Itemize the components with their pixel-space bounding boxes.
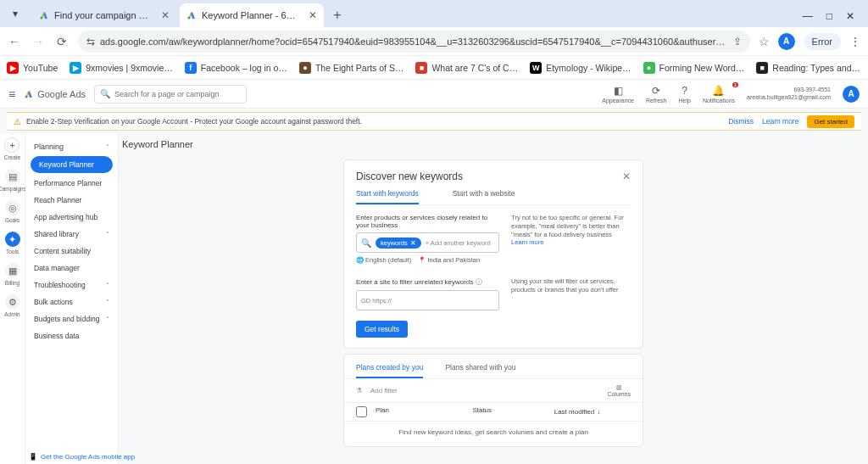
dismiss-link[interactable]: Dismiss — [728, 117, 754, 126]
new-tab-button[interactable]: + — [327, 5, 348, 25]
account-avatar[interactable]: A — [843, 86, 860, 103]
bookmark-item[interactable]: WEtymology - Wikipe… — [530, 62, 631, 74]
info-icon[interactable]: ⓘ — [476, 278, 482, 286]
hamburger-icon[interactable]: ≡ — [8, 87, 15, 101]
sidebar-heading[interactable]: Planning˄ — [25, 139, 118, 154]
url-field[interactable]: ⇆ ads.google.com/aw/keywordplanner/home?… — [78, 31, 750, 53]
tab-dropdown[interactable]: ▾ — [5, 3, 25, 24]
refresh-button[interactable]: ⟳Refresh — [646, 85, 667, 103]
app-search[interactable]: 🔍 — [94, 85, 247, 103]
field-label: Enter products or services closely relat… — [356, 214, 499, 229]
bookmark-label: 9xmovies | 9xmovie… — [86, 63, 173, 73]
wikipedia-icon: W — [530, 62, 542, 74]
browser-tab[interactable]: Find your campaign keywords ✕ — [32, 3, 176, 27]
th-last-modified[interactable]: Last modified ↓ — [554, 406, 631, 417]
minimize-button[interactable]: ― — [803, 10, 813, 22]
sidebar-item-shared-library[interactable]: Shared library˅ — [25, 226, 118, 243]
reload-button[interactable]: ⟳ — [54, 35, 70, 48]
bookmark-item[interactable]: fFacebook – log in o… — [185, 62, 287, 74]
app-header: ≡ Google Ads 🔍 ◧Appearance ⟳Refresh ?Hel… — [0, 80, 868, 109]
bookmark-item[interactable]: ●Forming New Word… — [643, 62, 745, 74]
browser-menu-icon[interactable]: ⋮ — [849, 35, 861, 48]
rail-admin[interactable]: ⚙Admin — [4, 294, 19, 317]
back-button[interactable]: ← — [7, 35, 22, 48]
maximize-button[interactable]: □ — [826, 10, 832, 22]
tab-start-keywords[interactable]: Start with keywords — [356, 189, 419, 204]
site-prefix: GD https:// — [361, 297, 392, 305]
sidebar-item-bulk-actions[interactable]: Bulk actions˅ — [25, 293, 118, 310]
bookmark-star-icon[interactable]: ☆ — [759, 35, 770, 48]
profile-avatar[interactable]: A — [778, 33, 795, 50]
card-title-text: Discover new keywords — [356, 171, 463, 182]
sidebar-footer-label: Get the Google Ads mobile app — [41, 453, 135, 461]
rail-tools[interactable]: ✦Tools — [5, 232, 20, 254]
google-ads-logo[interactable]: Google Ads — [24, 89, 86, 99]
sidebar-item-keyword-planner[interactable]: Keyword Planner — [31, 156, 113, 173]
keyword-input[interactable]: 🔍 keywords✕ + Add another keyword — [356, 232, 499, 253]
close-icon[interactable]: ✕ — [622, 171, 631, 182]
search-input[interactable] — [114, 90, 241, 98]
sidebar-item-budgets-bidding[interactable]: Budgets and bidding˅ — [25, 310, 118, 327]
close-icon[interactable]: ✕ — [309, 9, 317, 21]
site-input[interactable]: GD https:// — [356, 290, 499, 310]
forward-button[interactable]: → — [31, 35, 46, 48]
sidebar-footer-link[interactable]: 📱 Get the Google Ads mobile app — [29, 453, 135, 461]
sidebar-item-label: Shared library — [34, 230, 79, 238]
add-filter-button[interactable]: Add filter — [370, 387, 398, 394]
chip-remove-icon[interactable]: ✕ — [410, 239, 416, 247]
keyword-chip[interactable]: keywords✕ — [376, 238, 421, 249]
goals-icon: ◎ — [5, 200, 20, 215]
get-results-button[interactable]: Get results — [356, 321, 408, 338]
mobile-icon: 📱 — [29, 453, 37, 461]
sidebar-item-reach-planner[interactable]: Reach Planner — [25, 192, 118, 209]
bookmark-item[interactable]: ▶9xmovies | 9xmovie… — [70, 62, 173, 74]
close-window-button[interactable]: ✕ — [846, 10, 854, 22]
rail-label: Billing — [5, 280, 19, 286]
sidebar-item-performance-planner[interactable]: Performance Planner — [25, 175, 118, 192]
get-started-button[interactable]: Get started — [807, 115, 854, 128]
language-selector[interactable]: 🌐 English (default) — [356, 256, 411, 264]
appearance-button[interactable]: ◧Appearance — [602, 85, 634, 103]
search-icon: 🔍 — [361, 238, 371, 248]
th-status[interactable]: Status — [472, 406, 548, 417]
columns-icon: ▥ — [616, 384, 622, 391]
sidebar-item-business-data[interactable]: Business data — [25, 327, 118, 344]
rail-goals[interactable]: ◎Goals — [5, 200, 20, 223]
close-icon[interactable]: ✕ — [161, 9, 170, 21]
bookmark-item[interactable]: ●The Eight Parts of S… — [299, 62, 403, 74]
tab-plans-shared[interactable]: Plans shared with you — [445, 363, 515, 378]
tab-start-website[interactable]: Start with a website — [453, 189, 515, 204]
th-mod-label: Last modified — [554, 408, 595, 416]
sidebar-item-label: Keyword Planner — [39, 160, 94, 169]
columns-button[interactable]: ▥Columns — [607, 384, 631, 397]
rail-campaigns[interactable]: ▤Campaigns — [0, 169, 26, 192]
tab-strip: ▾ Find your campaign keywords ✕ Keyword … — [0, 0, 868, 27]
sidebar-item-content-suitability[interactable]: Content suitability — [25, 243, 118, 260]
th-plan[interactable]: Plan — [376, 406, 467, 417]
bookmark-item[interactable]: ■Reading: Types and… — [756, 62, 860, 74]
sidebar-item-troubleshooting[interactable]: Troubleshooting˅ — [25, 277, 118, 293]
learn-more-link[interactable]: Learn more — [511, 238, 543, 246]
error-chip[interactable]: Error — [804, 33, 841, 50]
campaign-icon: ▤ — [5, 169, 20, 184]
play-icon: ▶ — [70, 62, 81, 74]
chevron-up-icon: ˄ — [106, 143, 109, 151]
bookmark-item[interactable]: ■What are 7 C's of C… — [415, 62, 518, 74]
sidebar-item-data-manager[interactable]: Data manager — [25, 260, 118, 277]
select-all-checkbox[interactable] — [356, 406, 367, 417]
help-button[interactable]: ?Help — [679, 85, 691, 103]
browser-tab-active[interactable]: Keyword Planner - 693-397-45… ✕ — [180, 3, 324, 27]
rail-create[interactable]: +Create — [4, 137, 21, 160]
site-settings-icon[interactable]: ⇆ — [86, 36, 95, 48]
account-info[interactable]: 693-397-4551 areeba.builtgen821@gmail.co… — [747, 87, 831, 101]
rail-label: Create — [4, 154, 21, 160]
notifications-button[interactable]: 🔔1Notifications — [703, 85, 735, 103]
tab-plans-created[interactable]: Plans created by you — [356, 363, 423, 378]
filter-icon[interactable]: ⚗ — [356, 387, 362, 394]
sidebar-item-app-advertising[interactable]: App advertising hub — [25, 209, 118, 226]
location-selector[interactable]: 📍 India and Pakistan — [418, 256, 480, 264]
share-icon[interactable]: ⇪ — [733, 36, 742, 48]
rail-billing[interactable]: ▦Billing — [5, 263, 20, 286]
bookmark-item[interactable]: ▶YouTube — [7, 62, 58, 74]
learn-more-link[interactable]: Learn more — [762, 117, 798, 126]
